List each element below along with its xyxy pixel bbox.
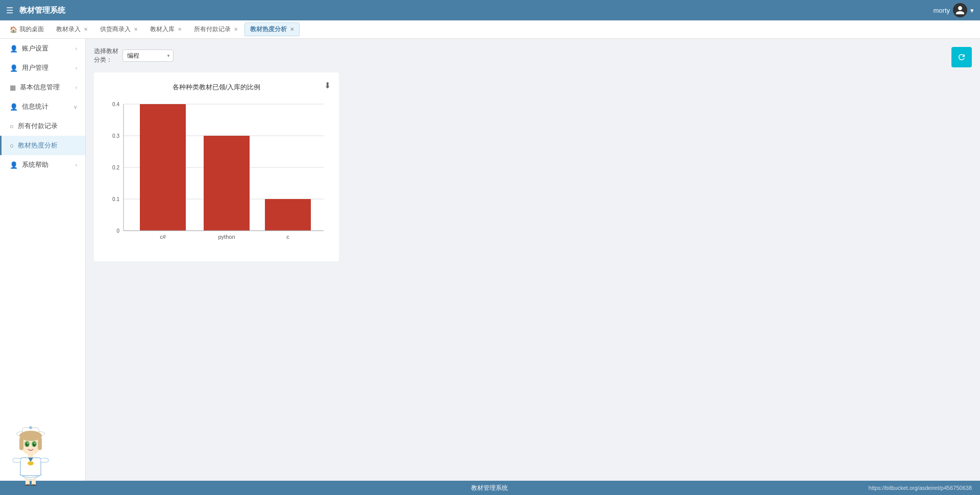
person-icon-2: 👤	[10, 64, 18, 72]
chevron-left-icon: ‹	[76, 46, 77, 52]
footer-right-text: https://bitbucket.org/asdeiret/p45675063…	[869, 485, 972, 491]
person-icon	[955, 5, 965, 15]
tab-textbook-heat-label: 教材热度分析	[250, 25, 287, 34]
tab-supplier-entry-label: 供货商录入	[100, 25, 131, 34]
footer: 教材管理系统 https://bitbucket.org/asdeiret/p4…	[0, 481, 980, 495]
download-icon[interactable]: ⬇	[324, 81, 331, 90]
sidebar-item-system-help[interactable]: 👤 系统帮助 ‹	[0, 155, 85, 175]
tab-textbook-entry[interactable]: 教材录入 ✕	[51, 22, 93, 36]
circle-icon-2: ○	[10, 142, 14, 150]
header-left: ☰ 教材管理系统	[6, 6, 65, 15]
avatar	[953, 3, 967, 17]
sidebar-system-help-label: 系统帮助	[22, 160, 48, 169]
svg-text:0.3: 0.3	[112, 133, 119, 139]
svg-text:0.2: 0.2	[112, 165, 119, 170]
filter-label: 选择教材 分类：	[94, 47, 118, 64]
tab-textbook-entry-close[interactable]: ✕	[84, 27, 88, 32]
sidebar-item-textbook-heat[interactable]: ○ 教材热度分析	[0, 136, 85, 155]
main-layout: 👤 账户设置 ‹ 👤 用户管理 ‹ ▦ 基本信息管理 ‹ 👤 信息统计 ∨	[0, 39, 980, 481]
chevron-left-icon-2: ‹	[76, 65, 77, 71]
tab-textbook-inbound[interactable]: 教材入库 ✕	[144, 22, 187, 36]
svg-text:c#: c#	[160, 234, 166, 240]
category-select-wrapper: 编程 数学 英语 物理	[122, 50, 174, 62]
sidebar: 👤 账户设置 ‹ 👤 用户管理 ‹ ▦ 基本信息管理 ‹ 👤 信息统计 ∨	[0, 39, 86, 481]
tab-textbook-inbound-close[interactable]: ✕	[178, 27, 182, 32]
chart-svg-wrapper: 0.4 0.3 0.2 0.1 0 c#	[104, 96, 329, 251]
bar-chart: 0.4 0.3 0.2 0.1 0 c#	[104, 96, 329, 249]
header: ☰ 教材管理系统 morty ▾	[0, 0, 980, 20]
tab-supplier-entry[interactable]: 供货商录入 ✕	[94, 22, 143, 36]
refresh-button[interactable]	[951, 47, 972, 67]
grid-icon: ▦	[10, 84, 16, 91]
tab-supplier-entry-close[interactable]: ✕	[134, 27, 138, 32]
person-icon-3: 👤	[10, 103, 18, 111]
refresh-icon	[957, 53, 966, 62]
category-select[interactable]: 编程 数学 英语 物理	[122, 50, 174, 62]
filter-row: 选择教材 分类： 编程 数学 英语 物理	[94, 47, 972, 64]
chart-title: 各种种类教材已领/入库的比例	[104, 83, 329, 92]
username-label: morty	[934, 7, 950, 14]
tab-payment-records[interactable]: 所有付款记录 ✕	[188, 22, 243, 36]
sidebar-item-user-management[interactable]: 👤 用户管理 ‹	[0, 58, 85, 78]
person-icon: 👤	[10, 45, 18, 53]
sidebar-item-basic-info[interactable]: ▦ 基本信息管理 ‹	[0, 78, 85, 97]
user-menu[interactable]: morty ▾	[934, 3, 974, 17]
svg-text:0.4: 0.4	[112, 102, 119, 107]
app-title: 教材管理系统	[19, 6, 65, 15]
bar-python	[204, 136, 250, 231]
tabs-bar: 🏠 我的桌面 教材录入 ✕ 供货商录入 ✕ 教材入库 ✕ 所有付款记录 ✕ 教材…	[0, 20, 980, 39]
bar-c	[265, 199, 311, 231]
circle-icon: ○	[10, 122, 14, 130]
sidebar-item-account-settings[interactable]: 👤 账户设置 ‹	[0, 39, 85, 58]
tab-home[interactable]: 🏠 我的桌面	[4, 22, 50, 36]
chart-container: 各种种类教材已领/入库的比例 ⬇ 0.4 0.3 0.2 0.1 0	[94, 72, 339, 261]
sidebar-user-management-label: 用户管理	[22, 63, 48, 72]
bar-c-sharp	[140, 104, 186, 231]
tab-home-label: 我的桌面	[19, 25, 44, 34]
tab-textbook-inbound-label: 教材入库	[150, 25, 175, 34]
sidebar-info-statistics-label: 信息统计	[22, 102, 48, 111]
tab-textbook-entry-label: 教材录入	[56, 25, 81, 34]
person-icon-4: 👤	[10, 161, 18, 169]
svg-text:python: python	[218, 234, 235, 240]
home-icon: 🏠	[10, 26, 17, 33]
sidebar-payment-records-label: 所有付款记录	[18, 121, 58, 131]
svg-text:c: c	[286, 234, 289, 240]
chevron-left-icon-4: ‹	[76, 162, 77, 168]
svg-text:0.1: 0.1	[112, 196, 119, 202]
sidebar-account-settings-label: 账户设置	[22, 44, 48, 53]
sidebar-item-payment-records[interactable]: ○ 所有付款记录	[0, 116, 85, 136]
tab-textbook-heat-close[interactable]: ✕	[290, 27, 294, 32]
sidebar-item-info-statistics[interactable]: 👤 信息统计 ∨	[0, 97, 85, 116]
sidebar-basic-info-label: 基本信息管理	[20, 83, 60, 92]
chevron-left-icon-3: ‹	[76, 85, 77, 90]
chevron-down-icon-2: ∨	[74, 104, 77, 110]
tab-payment-records-close[interactable]: ✕	[234, 27, 238, 32]
chevron-down-icon: ▾	[970, 7, 974, 14]
svg-text:0: 0	[116, 228, 119, 234]
menu-icon[interactable]: ☰	[6, 6, 13, 15]
tab-payment-records-label: 所有付款记录	[194, 25, 231, 34]
sidebar-textbook-heat-label: 教材热度分析	[18, 141, 58, 150]
footer-center-text: 教材管理系统	[110, 484, 869, 492]
content-area: 选择教材 分类： 编程 数学 英语 物理 各种种类教材已领/入库的比例 ⬇ 0.…	[86, 39, 980, 481]
tab-textbook-heat[interactable]: 教材热度分析 ✕	[244, 22, 300, 36]
